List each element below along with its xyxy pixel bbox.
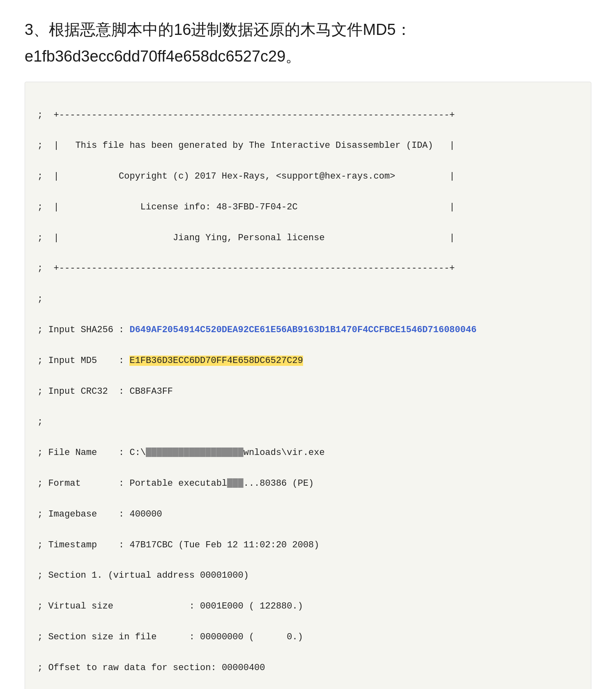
code-block: ; +-------------------------------------… [25,82,591,689]
imagebase-line: ; Imagebase : 400000 [37,509,162,519]
code-line2: ; | Copyright (c) 2017 Hex-Rays, <suppor… [37,171,455,181]
section1-line: ; Section 1. (virtual address 00001000) [37,570,249,581]
intro-text: 3、根据恶意脚本中的16进制数据还原的木马文件MD5：e1fb36d3ecc6d… [25,16,591,69]
crc-line: ; Input CRC32 : CB8FA3FF [37,386,173,397]
timestamp-line: ; Timestamp : 47B17CBC (Tue Feb 12 11:02… [37,540,319,550]
border-bottom: ; +-------------------------------------… [37,263,455,273]
secsize-line: ; Section size in file : 00000000 ( 0.) [37,632,303,642]
filename-line: ; File Name : C:\██████████████████wnloa… [37,448,325,458]
format-line: ; Format : Portable executabl███...80386… [37,478,314,489]
code-line1: ; | This file has been generated by The … [37,140,455,151]
code-line4: ; | Jiang Ying, Personal license | [37,233,455,243]
offset-line: ; Offset to raw data for section: 000004… [37,663,265,673]
code-line3: ; | License info: 48-3FBD-7F04-2C | [37,202,455,212]
md5-line: ; Input MD5 : E1FB36D3ECC6DD70FF4E658DC6… [37,356,303,366]
sha-line: ; Input SHA256 : D649AF2054914C520DEA92C… [37,325,476,335]
empty-line1: ; [37,294,43,304]
border-top: ; +-------------------------------------… [37,110,455,120]
empty-line2: ; [37,417,43,427]
vsize-line: ; Virtual size : 0001E000 ( 122880.) [37,601,303,611]
intro-paragraph: 3、根据恶意脚本中的16进制数据还原的木马文件MD5：e1fb36d3ecc6d… [25,16,591,69]
